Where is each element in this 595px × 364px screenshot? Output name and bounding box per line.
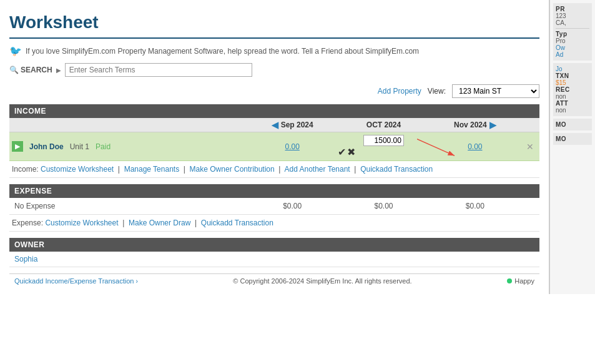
view-row: Add Property View: 123 Main ST [9, 84, 539, 98]
oct-expense-amount: $0.00 [338, 202, 429, 210]
promo-icon: 🐦 [9, 45, 22, 57]
confirm-icon[interactable]: ✔ [338, 146, 346, 158]
sep-amount-cell: 0.00 [247, 142, 338, 151]
no-expense-row: No Expense $0.00 $0.00 $0.00 [9, 198, 539, 215]
no-expense-label: No Expense [9, 202, 247, 210]
sidebar-mo1-label: MO [556, 121, 589, 128]
view-label: View: [428, 87, 446, 96]
sidebar-mo2-label: MO [556, 135, 589, 142]
sidebar-type-label: Typ [556, 31, 589, 37]
sidebar-add-link[interactable]: Ad [556, 51, 589, 58]
income-actions: Income: Customize Worksheet | Manage Ten… [9, 161, 539, 178]
sep-amount-link[interactable]: 0.00 [285, 142, 299, 151]
sidebar-rec-value: non [556, 93, 589, 100]
quickadd-income-link[interactable]: Quickadd Transaction [360, 165, 433, 174]
customize-expense-link[interactable]: Customize Worksheet [45, 219, 118, 227]
sidebar-property-address: 123 [556, 12, 589, 19]
income-row-info: ▶ John Doe Unit 1 Paid [9, 141, 247, 152]
nov-expense-amount: $0.00 [430, 202, 521, 210]
income-row: ▶ John Doe Unit 1 Paid 0.00 ✔ ✖ [9, 132, 539, 161]
add-another-tenant-link[interactable]: Add Another Tenant [284, 165, 350, 174]
oct-amount-input[interactable] [363, 135, 404, 146]
promo-bar: 🐦 If you love SimplifyEm.com Property Ma… [9, 45, 539, 57]
page-title: Worksheet [9, 6, 539, 39]
search-icon: 🔍 [9, 66, 19, 74]
paid-status: Paid [96, 142, 111, 151]
owner-header: OWNER [9, 238, 539, 252]
sidebar-tenant-link[interactable]: Jo [556, 66, 589, 72]
month-header-row: ◀ Sep 2024 OCT 2024 Nov 2024 ▶ [9, 118, 539, 132]
sidebar-tenant-block: Jo TXN $15 REC non ATT non [553, 63, 592, 116]
search-bar: 🔍 SEARCH ▶ [9, 63, 539, 77]
customize-worksheet-link[interactable]: Customize Worksheet [41, 165, 114, 174]
sidebar-txn-label: TXN [556, 72, 589, 79]
footer-right: Happy [507, 277, 534, 285]
main-content: Worksheet 🐦 If you love SimplifyEm.com P… [0, 0, 549, 294]
expense-section: EXPENSE No Expense $0.00 $0.00 $0.00 Exp… [9, 184, 539, 232]
next-month-arrow[interactable]: ▶ [489, 120, 496, 130]
sidebar-owner-link[interactable]: Ow [556, 44, 589, 51]
sidebar-rec-label: REC [556, 86, 589, 93]
copyright-text: © Copyright 2006-2024 SimplifyEm Inc. Al… [233, 277, 411, 285]
search-input[interactable] [65, 63, 252, 77]
quickadd-expense-link[interactable]: Quickadd Transaction [201, 219, 273, 227]
current-month-cell: OCT 2024 [338, 120, 429, 130]
status-dot [507, 278, 512, 283]
right-sidebar: PR 123 CA, Typ Pro Ow Ad Jo TXN $15 REC … [549, 0, 595, 294]
edit-icons: ✔ ✖ [338, 146, 429, 158]
make-owner-draw-link[interactable]: Make Owner Draw [129, 219, 190, 227]
sidebar-property-city: CA, [556, 19, 589, 26]
search-label: 🔍 SEARCH [9, 66, 52, 74]
manage-tenants-link[interactable]: Manage Tenants [124, 165, 180, 174]
make-owner-contribution-link[interactable]: Make Owner Contribution [190, 165, 275, 174]
sidebar-mo1-block: MO [553, 119, 592, 130]
add-property-link[interactable]: Add Property [378, 87, 421, 96]
tenant-name: John Doe [29, 142, 64, 151]
sidebar-property-block: PR 123 CA, Typ Pro Ow Ad [553, 3, 592, 61]
income-section: INCOME ◀ Sep 2024 OCT 2024 Nov 2024 ▶ ▶ … [9, 104, 539, 178]
unit-label: Unit 1 [70, 142, 89, 151]
nov-amount-cell: 0.00 [430, 142, 521, 151]
close-row-button[interactable]: ✕ [526, 142, 534, 152]
expense-actions: Expense: Customize Worksheet | Make Owne… [9, 215, 539, 232]
quickadd-footer-link[interactable]: Quickadd Income/Expense Transaction › [14, 277, 138, 285]
sidebar-txn-amount[interactable]: $15 [556, 79, 589, 86]
sep-expense-amount: $0.00 [247, 202, 338, 210]
chevron-right-icon: › [135, 278, 137, 285]
sidebar-mo2-block: MO [553, 133, 592, 145]
owner-row: Sophia [9, 252, 539, 267]
sidebar-att-value: non [556, 107, 589, 114]
prev-month-cell: ◀ Sep 2024 [247, 120, 338, 130]
footer-bar: Quickadd Income/Expense Transaction › © … [9, 273, 539, 288]
expand-button[interactable]: ▶ [12, 141, 23, 152]
sidebar-prop-value: Pro [556, 37, 589, 44]
search-arrow: ▶ [56, 67, 61, 74]
status-text: Happy [514, 277, 534, 285]
cancel-icon[interactable]: ✖ [347, 146, 355, 158]
owner-section: OWNER Sophia [9, 238, 539, 267]
expense-header: EXPENSE [9, 184, 539, 198]
prev-month-arrow[interactable]: ◀ [272, 120, 278, 130]
nov-amount-link[interactable]: 0.00 [468, 142, 482, 151]
sidebar-property-label: PR [556, 6, 589, 12]
next-month-cell: Nov 2024 ▶ [430, 120, 521, 130]
row-close-cell: ✕ [521, 142, 539, 152]
owner-name-link[interactable]: Sophia [14, 255, 37, 263]
sidebar-att-label: ATT [556, 100, 589, 107]
property-select[interactable]: 123 Main ST [452, 84, 539, 98]
oct-amount-cell: ✔ ✖ [338, 135, 429, 158]
promo-text: If you love SimplifyEm.com Property Mana… [26, 47, 419, 56]
income-header: INCOME [9, 104, 539, 118]
